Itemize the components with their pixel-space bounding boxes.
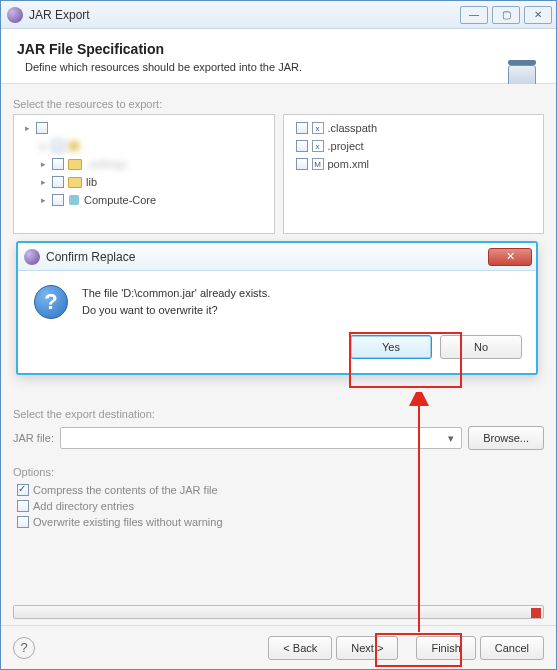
dialog-message: The file 'D:\common.jar' already exists.… (82, 285, 270, 319)
help-button[interactable]: ? (13, 637, 35, 659)
window-title: JAR Export (29, 8, 456, 22)
tree-row[interactable]: ▸ (18, 119, 270, 137)
no-button[interactable]: No (440, 335, 522, 359)
file-list-pane[interactable]: x.classpath x.project Mpom.xml (283, 114, 545, 234)
list-item[interactable]: x.classpath (288, 119, 540, 137)
back-button[interactable]: < Back (268, 636, 332, 660)
confirm-replace-dialog: Confirm Replace ✕ ? The file 'D:\common.… (16, 241, 538, 375)
checkbox-icon (17, 516, 29, 528)
page-subtitle: Define which resources should be exporte… (25, 61, 540, 73)
list-item[interactable]: x.project (288, 137, 540, 155)
yes-button[interactable]: Yes (350, 335, 432, 359)
browse-button[interactable]: Browse... (468, 426, 544, 450)
options-label: Options: (13, 466, 544, 478)
jar-file-combo[interactable]: ▾ (60, 427, 462, 449)
dialog-titlebar[interactable]: Confirm Replace ✕ (18, 243, 536, 271)
tree-row[interactable]: ▸.settings (18, 155, 270, 173)
next-button[interactable]: Next > (336, 636, 398, 660)
resources-label: Select the resources to export: (13, 98, 544, 110)
compress-option[interactable]: Compress the contents of the JAR file (13, 482, 544, 498)
progress-bar (13, 605, 544, 619)
resource-tree-pane[interactable]: ▸ ▸ ▸.settings ▸lib ▸Compute-Core (13, 114, 275, 234)
maximize-button[interactable]: ▢ (492, 6, 520, 24)
list-item[interactable]: Mpom.xml (288, 155, 540, 173)
cancel-button[interactable]: Cancel (480, 636, 544, 660)
jar-file-label: JAR file: (13, 432, 54, 444)
dialog-title: Confirm Replace (46, 250, 488, 264)
finish-button[interactable]: Finish (416, 636, 475, 660)
chevron-down-icon[interactable]: ▾ (443, 432, 459, 445)
add-dir-option[interactable]: Add directory entries (13, 498, 544, 514)
page-title: JAR File Specification (17, 41, 540, 57)
tree-row[interactable]: ▸Compute-Core (18, 191, 270, 209)
tree-row[interactable]: ▸ (18, 137, 270, 155)
wizard-footer: ? < Back Next > Finish Cancel (1, 625, 556, 669)
minimize-button[interactable]: — (460, 6, 488, 24)
eclipse-icon (24, 249, 40, 265)
question-icon: ? (34, 285, 68, 319)
wizard-header: JAR File Specification Define which reso… (1, 29, 556, 84)
dialog-close-button[interactable]: ✕ (488, 248, 532, 266)
overwrite-option[interactable]: Overwrite existing files without warning (13, 514, 544, 530)
checkbox-icon (17, 484, 29, 496)
tree-row[interactable]: ▸lib (18, 173, 270, 191)
destination-label: Select the export destination: (13, 408, 544, 420)
status-badge (531, 608, 541, 618)
titlebar[interactable]: JAR Export — ▢ ✕ (1, 1, 556, 29)
close-window-button[interactable]: ✕ (524, 6, 552, 24)
eclipse-icon (7, 7, 23, 23)
checkbox-icon (17, 500, 29, 512)
